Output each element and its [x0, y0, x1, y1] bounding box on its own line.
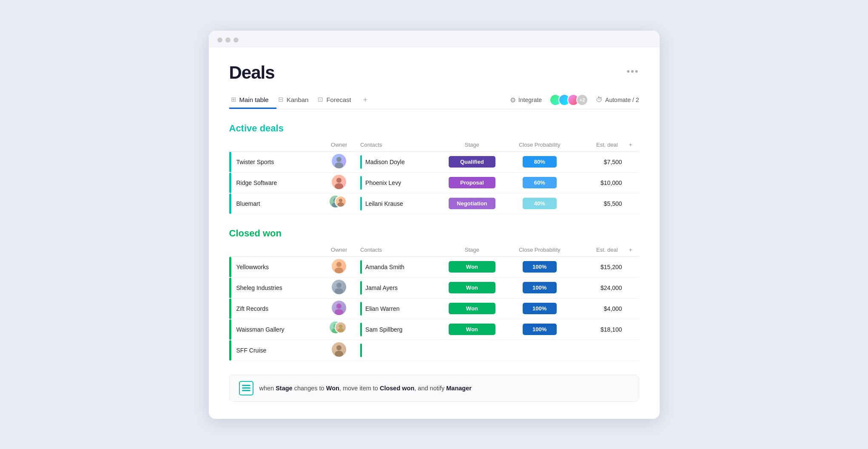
owner-cell: [322, 256, 356, 277]
tab-main-table[interactable]: ⊞ Main table: [229, 91, 276, 109]
page-header: Deals •••: [229, 63, 639, 83]
col-prob-active: Close Probability: [504, 140, 575, 152]
deal-name-cell: Twister Sports: [229, 151, 322, 172]
add-row-button[interactable]: [622, 151, 639, 172]
svg-point-18: [336, 345, 342, 350]
closed-won-title: Closed won: [229, 228, 639, 239]
auto-won-label: Won: [326, 385, 339, 392]
svg-point-12: [336, 304, 342, 309]
automate-icon: ⏱: [596, 96, 603, 104]
deal-name: Ridge Software: [236, 174, 296, 192]
col-add-active[interactable]: +: [622, 140, 639, 152]
prob-badge: 60%: [523, 177, 557, 188]
col-est-won: Est. deal: [575, 245, 622, 257]
table-row: Ridge Software Phoenix Levy: [229, 172, 639, 193]
avatar: [332, 175, 346, 189]
est-cell: $4,000: [575, 298, 622, 319]
col-owner-active: Owner: [322, 140, 356, 152]
owner-cell: [322, 319, 356, 340]
contact-cell: Jamal Ayers: [356, 277, 440, 298]
table-row: Sheleg Industries Jamal Ayers: [229, 277, 639, 298]
forecast-icon: ⊡: [318, 96, 323, 103]
contact-cell: Madison Doyle: [356, 151, 440, 172]
avatar-double: [330, 321, 348, 336]
contact-accent: [360, 344, 362, 357]
tab-kanban-label: Kanban: [287, 96, 309, 103]
stage-cell: Won: [440, 256, 504, 277]
table-row: Waissman Gallery: [229, 319, 639, 340]
svg-point-2: [336, 178, 342, 183]
stage-badge: Won: [449, 282, 495, 293]
table-row: SFF Cruise: [229, 340, 639, 361]
contact-accent: [360, 323, 362, 336]
more-options-button[interactable]: •••: [626, 66, 639, 77]
tab-main-table-label: Main table: [239, 96, 269, 103]
est-cell: $15,200: [575, 256, 622, 277]
contact-cell: Elian Warren: [356, 298, 440, 319]
row-accent: [229, 257, 231, 277]
svg-point-0: [336, 157, 342, 162]
prob-badge: 40%: [523, 198, 557, 209]
window-body: Deals ••• ⊞ Main table ⊟ Kanban ⊡ Foreca…: [209, 47, 660, 419]
add-row-button[interactable]: [622, 256, 639, 277]
auto-mid3: , and notify: [414, 385, 446, 392]
owner-cell: [322, 172, 356, 193]
prob-cell: 100%: [504, 277, 575, 298]
collab-avatar-count: +2: [576, 94, 588, 106]
dot-1: [217, 37, 222, 43]
stage-badge: Proposal: [449, 177, 495, 188]
deal-name-cell: Sheleg Industries: [229, 277, 322, 298]
prob-badge: 100%: [523, 324, 557, 335]
add-row-button[interactable]: [622, 193, 639, 214]
auto-mid1: changes to: [293, 385, 326, 392]
row-accent: [229, 173, 231, 193]
deal-name-cell: Zift Records: [229, 298, 322, 319]
contact-name: Elian Warren: [365, 305, 399, 312]
prob-badge: 100%: [523, 261, 557, 273]
table-row: Zift Records Elian Warren: [229, 298, 639, 319]
window-dots: [217, 37, 651, 43]
table-row: Bluemart: [229, 193, 639, 214]
contact-name: Leilani Krause: [365, 200, 403, 207]
add-row-button[interactable]: [622, 340, 639, 361]
est-cell: $18,100: [575, 319, 622, 340]
automation-icon: [239, 381, 253, 395]
page-title: Deals: [229, 63, 275, 83]
stage-cell: Qualified: [440, 151, 504, 172]
automation-bar: when Stage changes to Won, move item to …: [229, 375, 639, 402]
integrate-button[interactable]: ⚙ Integrate: [510, 96, 542, 104]
automate-button[interactable]: ⏱ Automate / 2: [596, 96, 639, 104]
svg-point-13: [335, 309, 343, 315]
add-row-button[interactable]: [622, 298, 639, 319]
add-row-button[interactable]: [622, 277, 639, 298]
deal-name-cell: Yellowworks: [229, 256, 322, 277]
col-add-won[interactable]: +: [622, 245, 639, 257]
est-cell: $7,500: [575, 151, 622, 172]
col-deal-name-active: [229, 140, 322, 152]
stage-cell: Won: [440, 298, 504, 319]
contact-name: Sam Spillberg: [365, 326, 402, 333]
tab-forecast[interactable]: ⊡ Forecast: [316, 91, 359, 109]
contact-accent: [360, 281, 362, 295]
table-icon: ⊞: [231, 96, 236, 103]
prob-cell: 40%: [504, 193, 575, 214]
svg-point-7: [338, 202, 344, 206]
est-cell: $10,000: [575, 172, 622, 193]
row-accent: [229, 340, 231, 361]
prob-badge: 80%: [523, 156, 557, 168]
contact-cell: [356, 340, 440, 361]
add-row-button[interactable]: [622, 319, 639, 340]
contact-accent: [360, 176, 362, 190]
svg-point-16: [339, 324, 343, 328]
stage-cell: Proposal: [440, 172, 504, 193]
row-accent: [229, 193, 231, 214]
auto-manager-label: Manager: [446, 385, 472, 392]
add-row-button[interactable]: [622, 172, 639, 193]
col-deal-name-won: [229, 245, 322, 257]
stage-cell: Negotiation: [440, 193, 504, 214]
tab-kanban[interactable]: ⊟ Kanban: [276, 91, 316, 109]
row-accent: [229, 278, 231, 298]
add-tab-button[interactable]: +: [359, 91, 372, 109]
svg-point-6: [339, 199, 343, 202]
deal-name-cell: SFF Cruise: [229, 340, 322, 361]
